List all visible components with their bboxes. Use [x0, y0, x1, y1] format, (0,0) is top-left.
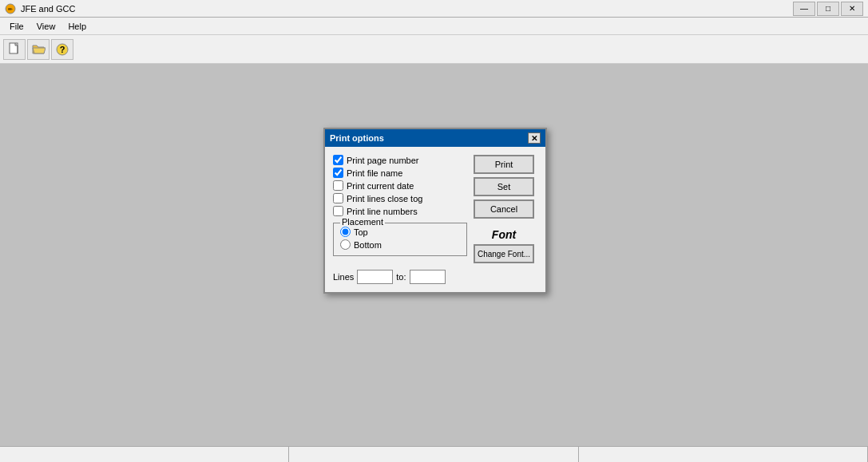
dialog-close-button[interactable]: ✕ [528, 132, 541, 144]
title-bar-left: ✏ JFE and GCC [5, 3, 75, 14]
placement-legend: Placement [340, 217, 385, 227]
right-section: Print Set Cancel Font Change Font... [474, 155, 537, 263]
dialog-content: Print page number Print file name Print … [333, 155, 537, 263]
lines-section: Lines to: [333, 270, 537, 284]
radio-bottom: Bottom [340, 239, 460, 250]
status-segment-3 [579, 447, 868, 462]
app-icon: ✏ [5, 3, 16, 14]
menu-file[interactable]: File [3, 20, 30, 33]
checkbox-print-file-name-label: Print file name [347, 168, 402, 178]
font-section: Font Change Font... [474, 225, 537, 263]
checkbox-print-file-name-input[interactable] [333, 168, 343, 178]
radio-bottom-label: Bottom [354, 240, 382, 250]
status-segment-1 [0, 447, 289, 462]
status-segment-2 [289, 447, 578, 462]
print-dialog: Print options ✕ Print page number Print … [323, 128, 547, 294]
radio-top-label: Top [354, 227, 368, 237]
checkbox-print-current-date: Print current date [333, 180, 467, 191]
status-bar [0, 446, 868, 462]
checkbox-print-lines-close-tog-label: Print lines close tog [347, 194, 422, 203]
placement-group: Placement Top Bottom [333, 223, 467, 256]
checkbox-print-current-date-label: Print current date [347, 181, 414, 191]
lines-from-input[interactable] [357, 270, 393, 284]
print-button[interactable]: Print [474, 155, 534, 174]
checkbox-print-page-number: Print page number [333, 155, 467, 165]
svg-text:✏: ✏ [8, 6, 13, 12]
radio-top-input[interactable] [340, 227, 351, 237]
main-area: Print options ✕ Print page number Print … [0, 64, 868, 446]
checkbox-print-line-numbers-label: Print line numbers [347, 207, 418, 216]
toolbar: ? [0, 35, 868, 64]
open-button[interactable] [27, 39, 50, 60]
checkbox-print-current-date-input[interactable] [333, 180, 343, 191]
radio-top: Top [340, 227, 460, 237]
radio-bottom-input[interactable] [340, 239, 351, 250]
checkbox-print-page-number-label: Print page number [347, 156, 419, 165]
new-button[interactable] [3, 39, 26, 60]
left-section: Print page number Print file name Print … [333, 155, 467, 263]
svg-text:?: ? [60, 45, 65, 54]
cancel-button[interactable]: Cancel [474, 199, 534, 219]
checkbox-print-line-numbers-input[interactable] [333, 206, 343, 216]
close-button[interactable]: ✕ [841, 2, 863, 16]
menu-bar: File View Help [0, 18, 868, 35]
checkbox-print-lines-close-tog-input[interactable] [333, 193, 343, 203]
maximize-button[interactable]: □ [817, 2, 839, 16]
lines-label: Lines [333, 272, 354, 282]
title-controls: — □ ✕ [793, 2, 863, 16]
lines-to-label: to: [396, 272, 406, 282]
minimize-button[interactable]: — [793, 2, 815, 16]
checkbox-print-lines-close-tog: Print lines close tog [333, 193, 467, 203]
dialog-title-bar: Print options ✕ [325, 129, 545, 147]
dialog-title: Print options [330, 133, 384, 143]
change-font-button[interactable]: Change Font... [474, 244, 534, 263]
menu-view[interactable]: View [30, 20, 62, 33]
dialog-body: Print page number Print file name Print … [325, 147, 545, 292]
checkbox-print-page-number-input[interactable] [333, 155, 343, 165]
help-button[interactable]: ? [51, 39, 73, 60]
window-title: JFE and GCC [21, 4, 75, 14]
font-label-display: Font [474, 225, 534, 244]
lines-to-input[interactable] [410, 270, 446, 284]
checkbox-print-line-numbers: Print line numbers [333, 206, 467, 216]
title-bar: ✏ JFE and GCC — □ ✕ [0, 0, 868, 18]
set-button[interactable]: Set [474, 177, 534, 196]
checkbox-print-file-name: Print file name [333, 168, 467, 178]
menu-help[interactable]: Help [61, 20, 93, 33]
